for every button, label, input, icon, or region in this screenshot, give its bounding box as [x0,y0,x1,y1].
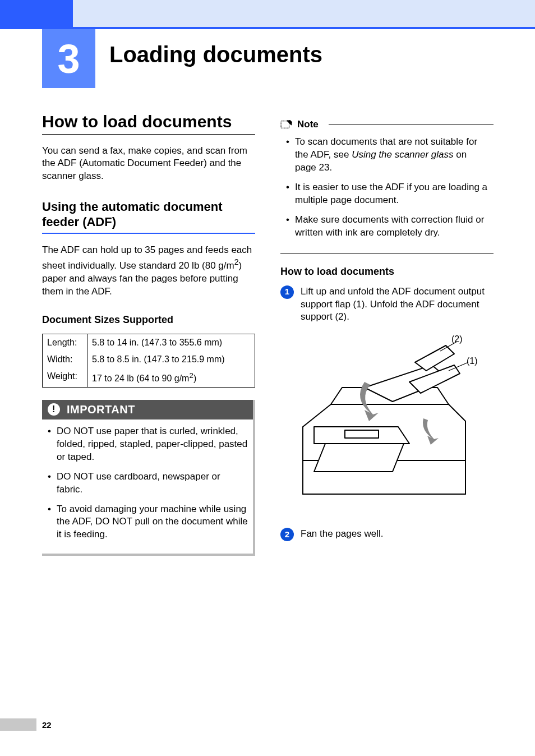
list-item: It is easier to use the ADF if you are l… [285,181,489,207]
size-label: Length: [43,334,87,351]
page-number-bar [0,718,36,731]
note-label: Note [297,119,319,130]
content-area: How to load documents You can send a fax… [42,112,494,556]
list-item: To avoid damaging your machine while usi… [47,503,248,542]
section-heading: How to load documents [42,112,255,135]
right-column: Note To scan documents that are not suit… [280,112,494,556]
subsection-heading: Using the automatic document feeder (ADF… [42,200,255,234]
step-number-badge: 2 [280,528,294,541]
chapter-title: Loading documents [109,42,322,67]
size-label: Weight: [43,368,87,388]
left-column: How to load documents You can send a fax… [42,112,255,556]
important-header: ! IMPORTANT [42,400,253,420]
table-row: Length: 5.8 to 14 in. (147.3 to 355.6 mm… [43,334,255,351]
superscript: 2 [234,257,239,266]
list-item: DO NOT use paper that is curled, wrinkle… [47,425,248,464]
note-list: To scan documents that are not suitable … [280,136,494,239]
sizes-heading: Document Sizes Supported [42,314,255,326]
weight-value-a: 17 to 24 lb (64 to 90 g/m [92,374,189,383]
note-box: Note To scan documents that are not suit… [280,119,494,253]
svg-rect-0 [281,121,289,128]
note-header: Note [280,119,494,130]
howto-heading: How to load documents [280,266,494,278]
important-list: DO NOT use paper that is curled, wrinkle… [42,420,253,542]
table-row: Weight: 17 to 24 lb (64 to 90 g/m2) [43,368,255,388]
svg-rect-1 [345,430,379,438]
exclamation-icon: ! [48,403,60,416]
step-text: Fan the pages well. [301,528,383,541]
list-item: Make sure documents with correction flui… [285,214,489,239]
important-box: ! IMPORTANT DO NOT use paper that is cur… [42,400,255,556]
list-item: To scan documents that are not suitable … [285,136,489,174]
size-label: Width: [43,351,87,368]
important-label: IMPORTANT [67,403,135,416]
step-text: Lift up and unfold the ADF document outp… [301,285,494,324]
printer-illustration: (1) (2) [280,331,488,517]
superscript: 2 [189,371,193,380]
adf-body: The ADF can hold up to 35 pages and feed… [42,244,255,298]
note-item-a-em: Using the scanner glass [352,149,453,160]
intro-text: You can send a fax, make copies, and sca… [42,145,255,183]
list-item: DO NOT use cardboard, newspaper or fabri… [47,471,248,496]
adf-body-a: The ADF can hold up to 35 pages and feed… [42,245,252,271]
callout-1: (1) [467,356,478,366]
size-value: 5.8 to 14 in. (147.3 to 355.6 mm) [87,334,255,351]
step-1: 1 Lift up and unfold the ADF document ou… [280,285,494,324]
weight-value-b: ) [193,374,196,383]
sizes-table: Length: 5.8 to 14 in. (147.3 to 355.6 mm… [42,334,255,388]
note-icon [280,119,293,130]
step-2: 2 Fan the pages well. [280,528,494,541]
header-band [0,0,535,27]
header-accent [0,0,73,27]
step-number-badge: 1 [280,285,294,299]
page-number: 22 [42,720,52,730]
size-value: 5.8 to 8.5 in. (147.3 to 215.9 mm) [87,351,255,368]
size-value: 17 to 24 lb (64 to 90 g/m2) [87,368,255,388]
callout-2: (2) [451,334,463,344]
chapter-number-badge: 3 [42,29,95,88]
table-row: Width: 5.8 to 8.5 in. (147.3 to 215.9 mm… [43,351,255,368]
